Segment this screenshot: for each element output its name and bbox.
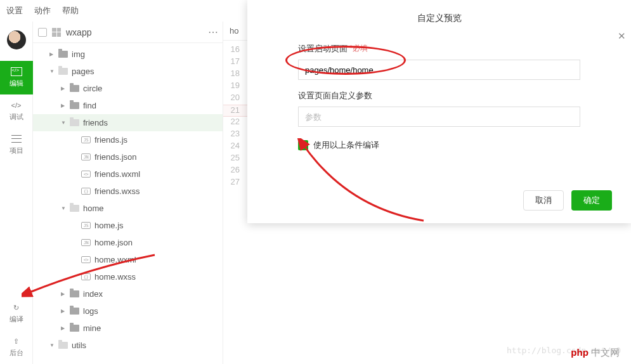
- file-home-json[interactable]: JNhome.json: [33, 234, 223, 251]
- folder-icon: [70, 308, 79, 315]
- file-friends-wxss[interactable]: {}friends.wxss: [33, 183, 223, 200]
- file-tree: ▶img ▼pages ▶circle ▶find ▼friends JSfri…: [33, 43, 223, 364]
- custom-params-input[interactable]: [298, 107, 580, 127]
- upload-icon: ⇧: [11, 337, 22, 346]
- ok-button[interactable]: 确定: [571, 190, 612, 211]
- top-menu: 设置 动作 帮助: [0, 0, 85, 22]
- folder-icon: [70, 102, 79, 109]
- modal-title: 自定义预览: [247, 0, 631, 33]
- rail-edit-label: 编辑: [10, 79, 23, 88]
- json-icon: JN: [81, 153, 91, 160]
- folder-icon: [70, 325, 79, 332]
- folder-icon: [70, 85, 79, 92]
- rail-compile-label: 编译: [10, 315, 23, 324]
- file-friends-json[interactable]: JNfriends.json: [33, 148, 223, 166]
- rail-project[interactable]: 项目: [0, 128, 33, 162]
- folder-icon: [58, 68, 68, 75]
- file-friends-wxml[interactable]: <>friends.wxml: [33, 166, 223, 183]
- launch-page-input[interactable]: [298, 60, 580, 80]
- project-name: wxapp: [66, 27, 203, 37]
- rail-edit[interactable]: 编辑: [0, 61, 33, 94]
- folder-friends[interactable]: ▼friends: [33, 114, 223, 131]
- checkbox-label: 使用以上条件编译: [313, 140, 379, 151]
- checkbox-checked-icon[interactable]: [298, 140, 308, 150]
- rail-debug-label: 调试: [10, 112, 23, 122]
- wxml-icon: <>: [81, 171, 91, 178]
- folder-home[interactable]: ▼home: [33, 200, 223, 217]
- compile-icon: ↻: [11, 303, 22, 312]
- folder-icon: [70, 290, 79, 297]
- launch-page-label: 设置启动页面*必填: [298, 43, 580, 55]
- menu-icon: [11, 134, 22, 143]
- more-icon[interactable]: ⋯: [208, 26, 218, 38]
- custom-params-label: 设置页面自定义参数: [298, 90, 580, 101]
- menu-help[interactable]: 帮助: [62, 5, 79, 16]
- folder-circle[interactable]: ▶circle: [33, 80, 223, 97]
- folder-logs[interactable]: ▶logs: [33, 302, 223, 320]
- code-icon: [11, 67, 22, 76]
- folder-icon: [70, 119, 79, 126]
- folder-utils[interactable]: ▼utils: [33, 337, 223, 354]
- file-tree-pane: wxapp ⋯ ▶img ▼pages ▶circle ▶find ▼frien…: [33, 22, 223, 364]
- custom-preview-modal: ✕ 自定义预览 设置启动页面*必填 设置页面自定义参数 使用以上条件编译 取消 …: [247, 0, 631, 223]
- wxss-icon: {}: [81, 273, 91, 280]
- folder-img[interactable]: ▶img: [33, 46, 223, 63]
- folder-icon: [58, 342, 68, 349]
- avatar[interactable]: [7, 30, 26, 49]
- rail-debug[interactable]: </> 调试: [0, 94, 33, 128]
- wxml-icon: <>: [81, 256, 91, 263]
- file-friends-js[interactable]: JSfriends.js: [33, 131, 223, 148]
- file-home-wxml[interactable]: <>home.wxml: [33, 251, 223, 268]
- rail-backend-label: 后台: [10, 348, 23, 358]
- folder-mine[interactable]: ▶mine: [33, 320, 223, 337]
- folder-icon: [58, 51, 68, 58]
- folder-icon: [70, 205, 79, 212]
- wxss-icon: {}: [81, 188, 91, 195]
- rail-backend[interactable]: ⇧ 后台: [0, 330, 33, 364]
- js-icon: JS: [81, 222, 91, 229]
- menu-actions[interactable]: 动作: [34, 5, 51, 16]
- file-home-wxss[interactable]: {}home.wxss: [33, 268, 223, 285]
- folder-index[interactable]: ▶index: [33, 285, 223, 302]
- rail-compile[interactable]: ↻ 编译: [0, 297, 33, 330]
- folder-find[interactable]: ▶find: [33, 97, 223, 114]
- editor-tab[interactable]: ho: [230, 26, 238, 36]
- cancel-button[interactable]: 取消: [523, 190, 564, 211]
- close-icon[interactable]: ✕: [618, 30, 626, 42]
- collapse-icon[interactable]: [38, 28, 47, 37]
- menu-settings[interactable]: 设置: [6, 5, 23, 16]
- file-home-js[interactable]: JShome.js: [33, 217, 223, 234]
- rail-project-label: 项目: [10, 146, 23, 155]
- folder-pages[interactable]: ▼pages: [33, 63, 223, 80]
- grid-icon[interactable]: [52, 28, 61, 37]
- json-icon: JN: [81, 239, 91, 246]
- tree-header: wxapp ⋯: [33, 22, 223, 43]
- js-icon: JS: [81, 136, 91, 143]
- compile-checkbox-row[interactable]: 使用以上条件编译: [298, 140, 580, 151]
- left-rail: 编辑 </> 调试 项目 ↻ 编译 ⇧ 后台: [0, 22, 33, 364]
- debug-icon: </>: [11, 101, 22, 110]
